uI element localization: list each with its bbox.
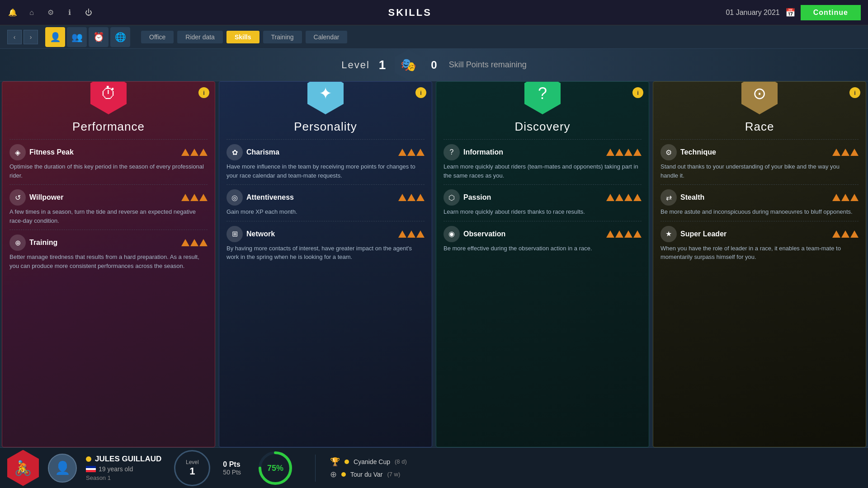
race-card: ⊙ i Race ⚙ Technique Stand out thanks to… (653, 81, 866, 447)
top-bar: 🔔 ⌂ ⚙ ℹ ⏻ SKILLS 01 January 2021 📅 Conti… (0, 0, 868, 25)
skill-observation: ◉ Observation Be more effective during t… (443, 226, 642, 253)
tab-rider-data[interactable]: Rider data (177, 31, 223, 43)
tab-calendar[interactable]: Calendar (306, 31, 348, 43)
training-desc: Better manage tiredness that results fro… (9, 253, 208, 270)
fitness-peak-desc: Optimise the duration of this key period… (9, 162, 208, 180)
skill-super-leader: ★ Super Leader When you have the role of… (660, 226, 859, 262)
observation-icon: ◉ (443, 226, 460, 242)
trophy-icon: 🏆 (330, 457, 340, 467)
network-name: Network (246, 230, 392, 238)
race-name-1: Tour du Var (350, 471, 382, 478)
super-leader-desc: When you have the role of leader in a ra… (660, 244, 859, 262)
rider-name-container: JULES GUILLAUD (86, 455, 161, 464)
personality-title: Personality (226, 120, 425, 134)
skill-charisma: ✿ Charisma Have more influence in the te… (226, 144, 425, 180)
nav-icon-group[interactable]: 👥 (67, 27, 87, 47)
willpower-desc: A few times in a season, turn the tide a… (9, 207, 208, 225)
skill-willpower: ↺ Willpower A few times in a season, tur… (9, 189, 208, 225)
discovery-card: ? i Discovery ? Information Learn more q… (436, 81, 649, 447)
france-flag (86, 466, 96, 472)
personality-hex-icon: ✦ (307, 81, 344, 114)
nav-icons-group: 👤 👥 ⏰ 🌐 (45, 27, 130, 47)
gear-icon[interactable]: ⚙ (45, 7, 56, 18)
stealth-desc: Be more astute and inconspicuous during … (660, 207, 859, 216)
tab-office[interactable]: Office (141, 31, 174, 43)
bottom-level-label: Level (186, 459, 199, 465)
skill-information: ? Information Learn more quickly about r… (443, 144, 642, 180)
fitness-peak-name: Fitness Peak (29, 148, 175, 156)
observation-desc: Be more effective during the observation… (443, 244, 642, 253)
rider-age-container: 19 years old (86, 465, 161, 473)
passion-icon: ⬡ (443, 189, 460, 206)
discovery-title: Discovery (443, 120, 642, 134)
attentiveness-name: Attentiveness (246, 193, 392, 202)
race-name-0: Cyanide Cup (354, 458, 390, 465)
skill-points-label: Skill Points remaining (449, 60, 527, 70)
race-item-1: ⊕ Tour du Var (7 w) (330, 469, 407, 479)
stealth-name: Stealth (680, 193, 826, 202)
personality-info-badge[interactable]: i (415, 87, 426, 98)
top-bar-icons: 🔔 ⌂ ⚙ ℹ ⏻ (7, 7, 94, 18)
pts-display: 0 Pts 50 Pts (223, 460, 241, 476)
information-name: Information (463, 148, 600, 156)
fitness-peak-icon: ◈ (9, 144, 26, 160)
progress-ring: 75% (257, 450, 293, 486)
nav-icon-globe[interactable]: 🌐 (110, 27, 130, 47)
home-icon[interactable]: ⌂ (26, 7, 37, 18)
races-section: 🏆 Cyanide Cup (8 d) ⊕ Tour du Var (7 w) (330, 457, 407, 479)
performance-hex-icon: ⏱ (90, 81, 127, 114)
technique-name: Technique (680, 148, 826, 156)
nav-forward-arrow[interactable]: › (24, 30, 38, 44)
rider-season: Season 1 (86, 474, 161, 481)
technique-desc: Stand out thanks to your understanding o… (660, 162, 859, 180)
training-icon: ⊕ (9, 235, 26, 251)
network-icon: ⊞ (226, 226, 243, 242)
charisma-name: Charisma (246, 148, 392, 156)
nav-icon-rider[interactable]: 👤 (45, 27, 65, 47)
skill-stealth: ⇄ Stealth Be more astute and inconspicuo… (660, 189, 859, 216)
pts-current: 0 Pts (223, 460, 241, 469)
performance-info-badge[interactable]: i (198, 87, 209, 98)
attentiveness-desc: Gain more XP each month. (226, 207, 425, 216)
nav-icon-clock[interactable]: ⏰ (89, 27, 108, 47)
rider-age: 19 years old (99, 465, 133, 473)
calendar-icon[interactable]: 📅 (785, 8, 795, 18)
discovery-hex-icon: ? (524, 81, 561, 114)
pts-max: 50 Pts (223, 469, 241, 476)
skill-technique: ⚙ Technique Stand out thanks to your und… (660, 144, 859, 180)
date-display: 01 January 2021 (726, 9, 779, 17)
race-icon-1: ⊕ (330, 469, 337, 479)
bell-icon[interactable]: 🔔 (7, 7, 18, 18)
power-icon[interactable]: ⏻ (83, 7, 94, 18)
super-leader-name: Super Leader (680, 230, 826, 238)
tab-skills[interactable]: Skills (226, 31, 259, 43)
race-dot-1 (341, 472, 346, 477)
race-time-0: (8 d) (395, 458, 407, 465)
bottom-level-value: 1 (189, 465, 195, 477)
tab-training[interactable]: Training (263, 31, 302, 43)
rider-hexagon-icon: 🎭 (395, 50, 422, 80)
observation-name: Observation (463, 230, 600, 238)
race-title: Race (660, 120, 859, 134)
discovery-info-badge[interactable]: i (632, 87, 643, 98)
rider-info: JULES GUILLAUD 19 years old Season 1 (86, 455, 161, 481)
race-item-0: 🏆 Cyanide Cup (8 d) (330, 457, 407, 467)
nav-back-arrow[interactable]: ‹ (7, 30, 22, 44)
continue-button[interactable]: Continue (801, 5, 861, 20)
skill-attentiveness: ◎ Attentiveness Gain more XP each month. (226, 189, 425, 216)
rider-status-dot (86, 456, 91, 462)
stealth-icon: ⇄ (660, 189, 677, 206)
charisma-desc: Have more influence in the team by recei… (226, 162, 425, 180)
charisma-icon: ✿ (226, 144, 243, 160)
training-name: Training (29, 239, 175, 247)
bottom-bar: 🚴 👤 JULES GUILLAUD 19 years old Season 1… (0, 447, 868, 488)
rider-name: JULES GUILLAUD (95, 455, 161, 464)
rider-team-hex: 🚴 (7, 450, 39, 486)
nav-arrows: ‹ › (7, 30, 38, 44)
race-info-badge[interactable]: i (849, 87, 860, 98)
info-icon[interactable]: ℹ (64, 7, 75, 18)
willpower-icon: ↺ (9, 189, 26, 206)
skill-network: ⊞ Network By having more contacts of int… (226, 226, 425, 262)
skill-training: ⊕ Training Better manage tiredness that … (9, 235, 208, 270)
race-dot-0 (344, 460, 349, 464)
